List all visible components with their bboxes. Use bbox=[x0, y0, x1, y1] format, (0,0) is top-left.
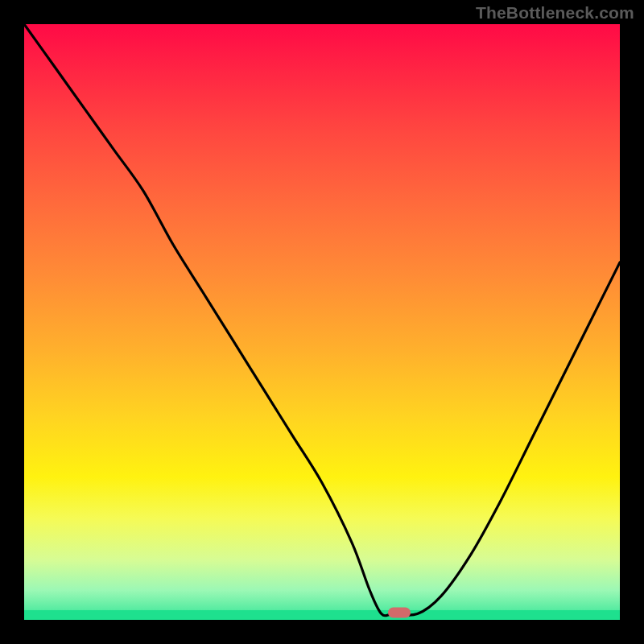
bottleneck-curve bbox=[24, 24, 620, 620]
curve-path bbox=[24, 24, 620, 616]
watermark-text: TheBottleneck.com bbox=[476, 3, 634, 23]
plot-area bbox=[24, 24, 620, 620]
optimal-marker bbox=[388, 608, 411, 618]
chart-frame: TheBottleneck.com bbox=[0, 0, 644, 644]
